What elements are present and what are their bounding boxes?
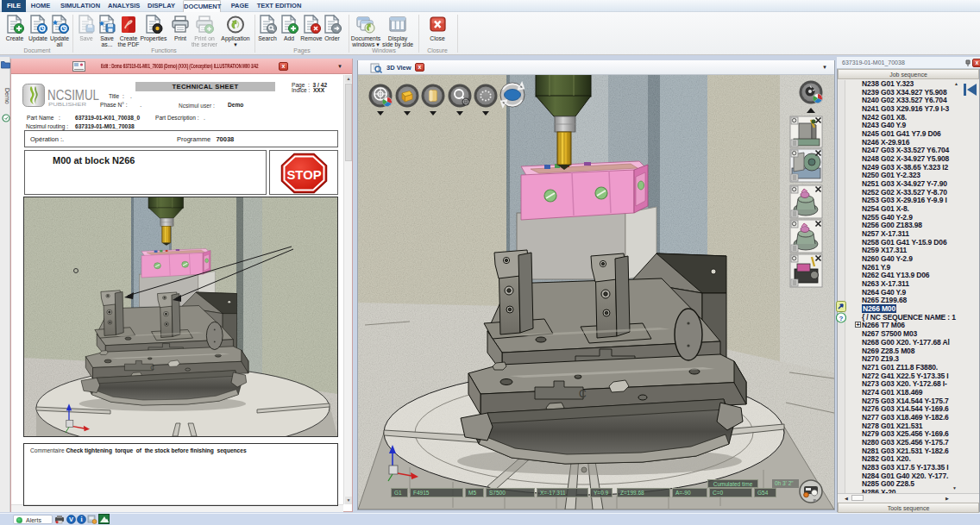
- svg-text:i: i: [80, 516, 82, 523]
- svg-text:?: ?: [839, 315, 844, 322]
- svg-text:STOP: STOP: [287, 167, 322, 182]
- svg-text:PUBLISHER: PUBLISHER: [48, 102, 86, 107]
- svg-text:V: V: [69, 516, 73, 523]
- svg-text:NCSIMUL: NCSIMUL: [47, 88, 99, 103]
